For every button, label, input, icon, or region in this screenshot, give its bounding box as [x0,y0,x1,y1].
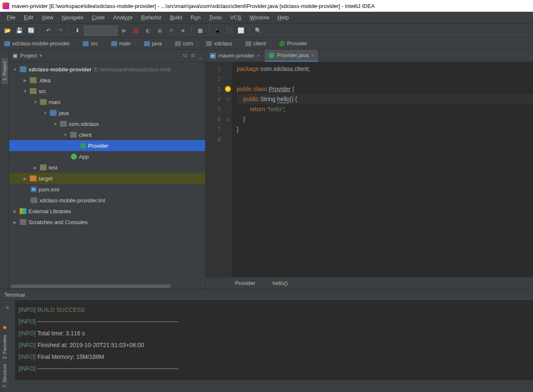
open-icon[interactable]: 📂 [3,26,13,36]
tab-maven-privider[interactable]: mmaven-privider× [206,50,264,62]
attach-icon[interactable]: ⟳ [166,26,176,36]
menu-edit[interactable]: Edit [20,13,37,22]
module-icon [20,66,26,72]
tree-iml[interactable]: xdclass-mobile-provider.iml [9,195,205,206]
breadcrumb-method[interactable]: hello() [272,280,287,286]
folder-icon [83,41,89,46]
editor-area: mmaven-privider× Provider.java× 12345678… [206,50,533,289]
project-scrollbar[interactable] [9,285,205,289]
tree-idea[interactable]: ▶.idea [9,75,205,86]
menu-analyze[interactable]: Analyze [109,13,137,22]
coverage-icon[interactable]: ◐ [143,26,153,36]
tree-pkg-client[interactable]: ▼client [9,129,205,140]
class-icon [80,143,86,149]
menu-file[interactable]: File [3,13,20,22]
tree-scratches[interactable]: ▶Scratches and Consoles [9,217,205,227]
code-content[interactable]: package com.xdclass.client; public class… [232,62,533,277]
crumb-main[interactable]: main [110,40,142,47]
avd-icon[interactable]: 📱 [212,26,222,36]
redo-icon[interactable]: ↷ [55,26,65,36]
crumb-provider[interactable]: Provider [277,40,313,47]
close-icon[interactable]: × [257,53,260,59]
favorites-star-icon[interactable]: ★ [2,324,8,331]
tree-target[interactable]: ▶target [9,173,205,184]
fold-icon[interactable]: ⊟ [226,117,230,122]
new-session-icon[interactable]: + [5,304,9,311]
breadcrumb-class[interactable]: Provider [235,280,255,286]
tree-provider[interactable]: Provider [9,140,205,151]
tool-tab-project[interactable]: 1: Project [1,58,8,84]
terminal-header[interactable]: Terminal [0,289,533,301]
build-icon[interactable]: ⬇ [72,26,82,36]
fold-icon[interactable]: ⊟ [226,97,230,102]
hide-icon[interactable]: ⎯ [199,52,202,59]
tree-external-libraries[interactable]: ▶External Libraries [9,206,205,217]
crumb-src[interactable]: src [81,40,109,47]
editor-breadcrumb: Provider 〉 hello() [206,277,533,289]
menu-tools[interactable]: Tools [205,13,226,22]
collapse-icon[interactable]: ⇆ [183,52,187,59]
crumb-project[interactable]: xdclass-mobile-provider [3,40,81,47]
tree-src[interactable]: ▼src [9,86,205,97]
menu-run[interactable]: Run [186,13,205,22]
debug-icon[interactable]: 🐞 [131,26,141,36]
tree-pkg-comxdclass[interactable]: ▼com.xdclass [9,118,205,129]
window-titlebar: maven-privider [E:\workspace\idea\xdclas… [0,0,533,12]
profile-icon[interactable]: ◉ [154,26,165,36]
tab-label: Provider.java [277,52,308,58]
package-icon [60,121,67,127]
chevron-right-icon: 〉 [261,280,266,287]
crumb-java[interactable]: java [142,40,173,47]
menu-vcs[interactable]: VCS [226,13,246,22]
intention-bulb-icon[interactable] [225,86,231,92]
window-title: maven-privider [E:\workspace\idea\xdclas… [12,3,375,9]
tree-root[interactable]: ▼xdclass-mobile-providerE:\workspace\ide… [9,64,205,75]
tree-java[interactable]: ▼java [9,107,205,118]
run-config-combo[interactable] [84,26,118,36]
menu-view[interactable]: View [37,13,57,22]
menu-refactor[interactable]: Refactor [137,13,166,22]
menu-code[interactable]: Code [88,13,109,22]
sync-icon[interactable]: 🔄 [26,26,36,36]
tool-tab-favorites[interactable]: 2: Favorites [1,332,8,361]
project-panel-header: ▣ Project ▾ ⇆ ✲ ⎯ [9,50,205,62]
gear-icon[interactable]: ✲ [191,52,195,59]
chevron-down-icon[interactable]: ▾ [39,52,42,59]
tree-main[interactable]: ▼main [9,97,205,107]
search-icon[interactable]: 🔍 [253,26,263,36]
save-icon[interactable]: 💾 [14,26,24,36]
terminal-title: Terminal [4,292,25,298]
tree-test[interactable]: ▶test [9,162,205,173]
run-icon[interactable]: ▶ [119,26,129,36]
editor-body[interactable]: 12345678 ⊟ ⊟ package com.xdclass.client;… [206,62,533,277]
sdk-icon[interactable]: ⬛ [224,26,234,36]
toolbar-separator [68,26,69,35]
left-tool-strip: 1: Project [0,50,9,289]
tree-app[interactable]: App [9,151,205,162]
crumb-com[interactable]: com [173,40,205,47]
menu-help[interactable]: Help [273,13,293,22]
toolbar-separator [249,26,250,35]
menu-build[interactable]: Build [166,13,186,22]
crumb-xdclass[interactable]: xdclass [204,40,243,47]
structure-icon[interactable]: ▦ [195,26,205,36]
close-icon[interactable]: × [311,52,314,58]
project-select-icon[interactable]: ▣ [13,52,18,59]
menu-navigate[interactable]: Navigate [57,13,87,22]
project-tree[interactable]: ▼xdclass-mobile-providerE:\workspace\ide… [9,62,205,285]
tab-provider-java[interactable]: Provider.java× [264,50,319,62]
undo-icon[interactable]: ↶ [43,26,53,36]
project-panel-title[interactable]: Project [20,52,37,59]
folder-icon [40,99,47,105]
terminal-output[interactable]: [INFO] BUILD SUCCESS [INFO] ------------… [15,301,533,380]
stop-icon[interactable]: ■ [178,26,188,36]
source-folder-icon [50,110,57,116]
tool-tab-structure[interactable]: 7: Structure [1,361,8,390]
tree-pom[interactable]: mpom.xml [9,184,205,195]
main-split: 1: Project ▣ Project ▾ ⇆ ✲ ⎯ ▼xdclass-mo… [0,50,533,289]
gradle-icon[interactable]: ⬜ [236,26,246,36]
toolbar-separator [39,26,40,35]
folder-icon [30,77,37,83]
menu-window[interactable]: Window [246,13,273,22]
crumb-client[interactable]: client [244,40,277,47]
